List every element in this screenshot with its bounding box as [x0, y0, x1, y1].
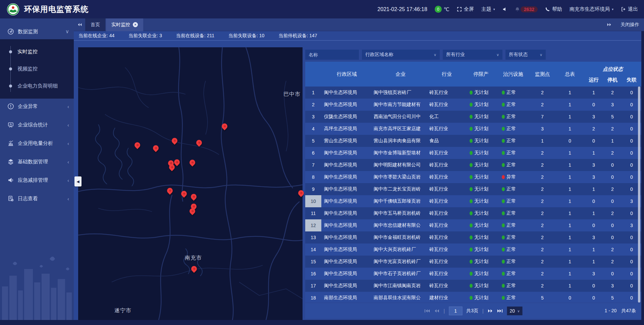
status-dot-green	[470, 296, 473, 300]
cell-facility: 正常	[497, 147, 529, 159]
cell-stopped: 2	[603, 243, 622, 256]
cell-running: 1	[584, 207, 603, 219]
sidebar-item-log-view[interactable]: 日志查看‹	[0, 191, 74, 206]
sidebar-item-emergency-reduction[interactable]: 应急减排管理‹	[0, 172, 74, 188]
cell-region: 阆中生态环境局	[321, 159, 372, 171]
table-row[interactable]: 6阆中生态环境局阆中市金博瑞新型墙材砖瓦行业无计划正常21120	[305, 147, 641, 159]
cell-company: 阆中市枣碧大梁山页岩	[372, 171, 429, 183]
first-page-button[interactable]	[424, 309, 430, 313]
tab-realtime-monitor[interactable]: 实时监控×	[106, 18, 143, 31]
logout-button[interactable]: 退出	[621, 6, 638, 12]
close-icon[interactable]: ×	[133, 22, 138, 27]
cell-running: 1	[584, 87, 603, 99]
table-row[interactable]: 2阆中生态环境局阆中市南方节能建材有砖瓦行业无计划正常21030	[305, 99, 641, 111]
cell-industry: 砖瓦行业	[429, 207, 465, 219]
cell-facility: 正常	[497, 219, 529, 231]
pagination-summary: 1 - 20 共47条	[605, 308, 636, 314]
status-dot-green	[502, 151, 505, 155]
table-row[interactable]: 11阆中生态环境局阆中市五马桥页岩机砖砖瓦行业无计划正常21120	[305, 207, 641, 219]
volume-button[interactable]	[502, 7, 507, 12]
gauge-icon	[7, 28, 14, 35]
notifications[interactable]: 2632	[515, 6, 538, 12]
table-row[interactable]: 17阆中生态环境局阆中市江南镇阆南页岩砖瓦行业无计划正常21030	[305, 280, 641, 292]
table-row[interactable]: 5营山生态环境局营山县润丰肉食品有限食品无计划正常10010	[305, 135, 641, 147]
table-header: 行政区域 企业 行业 停限产 治污设施 监测点 总表 点位状态 运行 停机 失联	[305, 62, 641, 87]
table-row[interactable]: 1阆中生态环境局阆中强锐页岩砖厂砖瓦行业无计划正常21120	[305, 87, 641, 99]
page-number-input[interactable]	[449, 307, 462, 315]
board-icon	[7, 121, 14, 128]
last-page-button[interactable]	[497, 309, 503, 313]
table-row[interactable]: 16阆中生态环境局阆中市石子页岩机砖厂砖瓦行业无计划正常21300	[305, 268, 641, 280]
sidebar-item-base-data-management[interactable]: 基础数据管理‹	[0, 154, 74, 169]
cell-running: 1	[584, 243, 603, 256]
cell-total-meters: 1	[555, 87, 584, 99]
table-row[interactable]: 7阆中生态环境局阆中明阳建材有限公司砖瓦行业无计划正常21300	[305, 159, 641, 171]
sidebar-subitem-video-monitor[interactable]: 视频监控	[0, 60, 74, 77]
main-row: 数据监测∨实时监控视频监控企业电力负荷明细企业异常‹企业综合统计‹企业用电量分析…	[0, 18, 644, 320]
theme-menu[interactable]: 主题 ▾	[481, 6, 495, 12]
sidebar-subitem-power-load-detail[interactable]: 企业电力负荷明细	[0, 77, 74, 95]
sidebar: 数据监测∨实时监控视频监控企业电力负荷明细企业异常‹企业综合统计‹企业用电量分析…	[0, 18, 74, 320]
page-size-select[interactable]: 20 ∨	[507, 307, 523, 315]
user-menu[interactable]: 南充市生态环境局 ▾	[570, 6, 613, 12]
status-filter-select[interactable]: 所有状态 ∨	[505, 50, 546, 60]
cell-stopped: 0	[603, 171, 622, 183]
cell-stopped: 2	[603, 123, 622, 135]
sidebar-item-data-monitor[interactable]: 数据监测∨	[0, 24, 74, 39]
cell-total-meters: 1	[555, 243, 584, 256]
sidebar-subitem-realtime-monitor[interactable]: 实时监控	[0, 43, 74, 60]
cell-monitor-points: 1	[529, 135, 555, 147]
status-item: 当前在线设备: 211	[176, 33, 214, 39]
table-row[interactable]: 3仪陇生态环境局西南油气田分公司川中化工无计划正常71350	[305, 111, 641, 123]
prev-page-button[interactable]	[434, 309, 440, 313]
tab-home[interactable]: 首页	[85, 18, 105, 31]
table-row[interactable]: 15阆中生态环境局阆中市光富页岩机砖厂砖瓦行业无计划正常21120	[305, 256, 641, 268]
cell-limit: 无计划	[465, 292, 497, 303]
table-row[interactable]: 10阆中生态环境局阆中千佛镇五郎垭页岩砖瓦行业无计划正常21003	[305, 195, 641, 207]
cell-company: 营山县润丰肉食品有限	[372, 135, 429, 147]
sidebar-collapse-handle[interactable]: ◀	[74, 176, 82, 186]
table-row[interactable]: 8阆中生态环境局阆中市枣碧大梁山页岩砖瓦行业无计划异常21300	[305, 171, 641, 183]
industry-filter-select[interactable]: 所有行业 ∨	[443, 50, 502, 60]
fullscreen-button[interactable]: 全屏	[457, 6, 474, 12]
sidebar-item-enterprise-abnormal[interactable]: 企业异常‹	[0, 99, 74, 114]
cell-company: 阆中明阳建材有限公司	[372, 159, 429, 171]
status-dot-green	[470, 272, 473, 276]
next-page-icon	[488, 309, 493, 313]
status-dot-green	[470, 91, 473, 95]
cell-limit: 无计划	[465, 99, 497, 111]
next-page-button[interactable]	[488, 309, 493, 313]
table-row[interactable]: 9阆中生态环境局阆中市二龙长宝页岩砖砖瓦行业无计划正常21120	[305, 183, 641, 195]
cell-stopped: 0	[603, 231, 622, 243]
tab-bar: 首页实时监控× 关闭操作	[74, 18, 644, 31]
close-operations-button[interactable]: 关闭操作	[621, 22, 639, 28]
cell-industry: 化工	[429, 111, 465, 123]
sidebar-item-label: 企业异常	[18, 103, 67, 110]
table-row[interactable]: 12阆中生态环境局阆中市忠信建材有限公砖瓦行业无计划正常21003	[305, 219, 641, 231]
tabs-scroll-right-button[interactable]	[607, 18, 612, 31]
page-range-label: 1 - 20	[605, 308, 617, 314]
col-header-stopped: 停机	[603, 73, 622, 87]
table-row[interactable]: 4高坪生态环境局南充市高坪区王家店建砖瓦行业无计划正常31220	[305, 123, 641, 135]
region-filter-select[interactable]: 行政区域名称 ∨	[362, 50, 440, 60]
cell-region: 阆中生态环境局	[321, 171, 372, 183]
tabs-scroll-left-button[interactable]	[74, 18, 85, 31]
cell-stopped: 0	[603, 268, 622, 280]
status-dot-green	[470, 187, 473, 191]
col-header-lost: 失联	[622, 73, 641, 87]
help-button[interactable]: 帮助	[545, 6, 562, 12]
table-row[interactable]: 18南部生态环境局南部县双佳水泥有限公建材行业无计划正常50050	[305, 292, 641, 303]
table-row[interactable]: 13阆中生态环境局阆中市金福旺页岩机砖砖瓦行业无计划正常21300	[305, 231, 641, 243]
sidebar-item-enterprise-statistics[interactable]: 企业综合统计‹	[0, 117, 74, 132]
total-pages-label: 共3页	[466, 308, 478, 314]
status-dot-green	[470, 235, 473, 239]
table-row[interactable]: 14阆中生态环境局阆中大兴页岩机砖厂砖瓦行业无计划正常21120	[305, 243, 641, 256]
cell-monitor-points: 3	[529, 123, 555, 135]
table-scrollbar[interactable]	[638, 87, 640, 303]
sidebar-item-power-usage-analysis[interactable]: 企业用电量分析‹	[0, 136, 74, 151]
cell-running: 1	[584, 147, 603, 159]
map-panel[interactable]: 巴中市南充市遂宁市 ◀	[78, 47, 303, 320]
name-filter-input[interactable]	[305, 50, 359, 60]
cell-region: 阆中生态环境局	[321, 195, 372, 207]
cell-total-meters: 1	[555, 231, 584, 243]
